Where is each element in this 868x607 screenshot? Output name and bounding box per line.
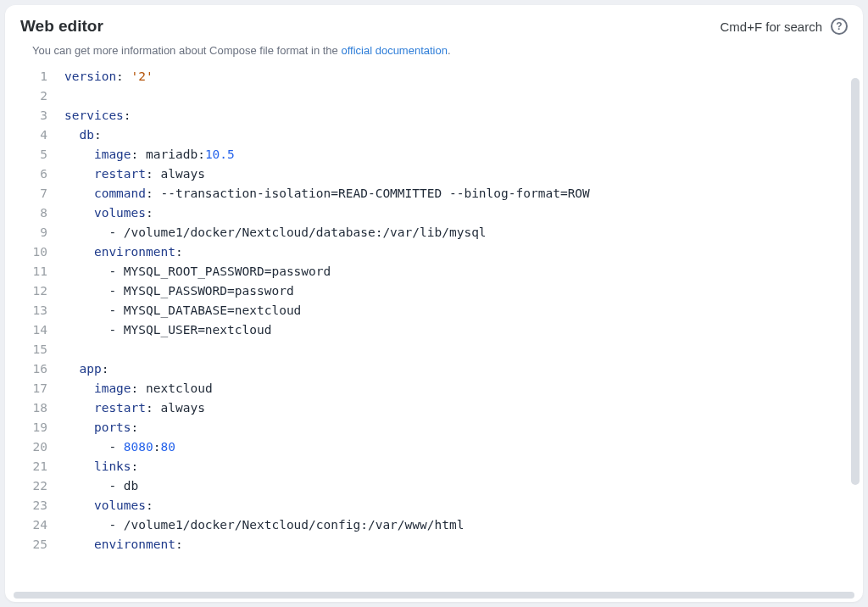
code-line[interactable] xyxy=(64,340,851,359)
code-line[interactable]: - MYSQL_ROOT_PASSWORD=password xyxy=(64,262,851,281)
line-number: 22 xyxy=(20,476,47,496)
line-number: 18 xyxy=(20,398,47,418)
vertical-scrollbar[interactable] xyxy=(851,78,860,485)
line-number: 20 xyxy=(20,437,47,457)
line-number: 19 xyxy=(20,418,47,437)
code-line[interactable]: - 8080:80 xyxy=(64,437,851,457)
line-number: 1 xyxy=(20,67,47,86)
code-line[interactable] xyxy=(64,86,851,106)
code-line[interactable]: image: mariadb:10.5 xyxy=(64,145,851,164)
line-number-gutter: 1234567891011121314151617181920212223242… xyxy=(20,65,64,595)
line-number: 6 xyxy=(20,164,47,184)
line-number: 13 xyxy=(20,301,47,320)
code-line[interactable]: environment: xyxy=(64,535,851,554)
line-number: 25 xyxy=(20,535,47,554)
page-title: Web editor xyxy=(20,17,103,36)
code-editor[interactable]: 1234567891011121314151617181920212223242… xyxy=(17,65,851,595)
code-line[interactable]: volumes: xyxy=(64,496,851,515)
code-content[interactable]: version: '2' services: db: image: mariad… xyxy=(64,65,851,595)
docs-link[interactable]: official documentation xyxy=(341,44,448,57)
code-line[interactable]: image: nextcloud xyxy=(64,379,851,398)
subtext: You can get more information about Compo… xyxy=(17,44,851,57)
code-line[interactable]: ports: xyxy=(64,418,851,437)
editor-header: Web editor Cmd+F for search ? xyxy=(17,17,851,36)
subtext-suffix: . xyxy=(448,44,451,57)
code-line[interactable]: - MYSQL_USER=nextcloud xyxy=(64,320,851,340)
code-line[interactable]: - MYSQL_PASSWORD=password xyxy=(64,281,851,301)
line-number: 2 xyxy=(20,86,47,106)
code-line[interactable]: - /volume1/docker/Nextcloud/database:/va… xyxy=(64,223,851,242)
line-number: 21 xyxy=(20,457,47,476)
line-number: 16 xyxy=(20,359,47,379)
code-line[interactable]: version: '2' xyxy=(64,67,851,86)
line-number: 4 xyxy=(20,125,47,145)
code-line[interactable]: - MYSQL_DATABASE=nextcloud xyxy=(64,301,851,320)
line-number: 11 xyxy=(20,262,47,281)
line-number: 7 xyxy=(20,184,47,203)
header-right: Cmd+F for search ? xyxy=(721,18,848,35)
line-number: 23 xyxy=(20,496,47,515)
line-number: 14 xyxy=(20,320,47,340)
line-number: 24 xyxy=(20,515,47,535)
line-number: 3 xyxy=(20,106,47,125)
subtext-prefix: You can get more information about Compo… xyxy=(32,44,341,57)
search-hint: Cmd+F for search xyxy=(721,19,822,34)
line-number: 8 xyxy=(20,203,47,223)
line-number: 9 xyxy=(20,223,47,242)
editor-panel: Web editor Cmd+F for search ? You can ge… xyxy=(5,5,863,602)
code-line[interactable]: - /volume1/docker/Nextcloud/config:/var/… xyxy=(64,515,851,535)
code-line[interactable]: services: xyxy=(64,106,851,125)
line-number: 17 xyxy=(20,379,47,398)
line-number: 15 xyxy=(20,340,47,359)
code-line[interactable]: - db xyxy=(64,476,851,496)
code-line[interactable]: environment: xyxy=(64,242,851,262)
line-number: 5 xyxy=(20,145,47,164)
help-icon[interactable]: ? xyxy=(831,18,848,35)
code-line[interactable]: command: --transaction-isolation=READ-CO… xyxy=(64,184,851,203)
code-line[interactable]: restart: always xyxy=(64,164,851,184)
code-line[interactable]: volumes: xyxy=(64,203,851,223)
code-line[interactable]: links: xyxy=(64,457,851,476)
code-line[interactable]: restart: always xyxy=(64,398,851,418)
horizontal-scrollbar[interactable] xyxy=(14,592,854,599)
line-number: 10 xyxy=(20,242,47,262)
code-line[interactable]: app: xyxy=(64,359,851,379)
line-number: 12 xyxy=(20,281,47,301)
code-line[interactable]: db: xyxy=(64,125,851,145)
